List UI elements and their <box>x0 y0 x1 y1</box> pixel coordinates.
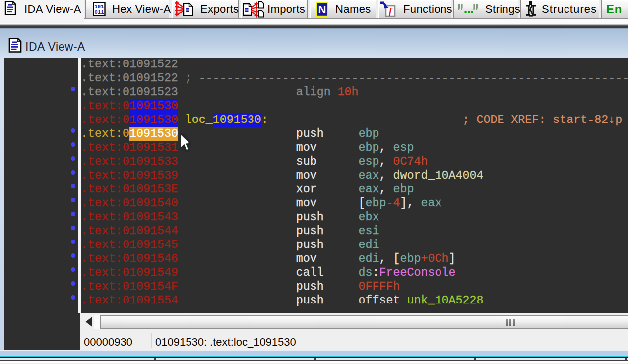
svg-text:011: 011 <box>95 9 104 15</box>
svg-text:N: N <box>318 3 326 16</box>
